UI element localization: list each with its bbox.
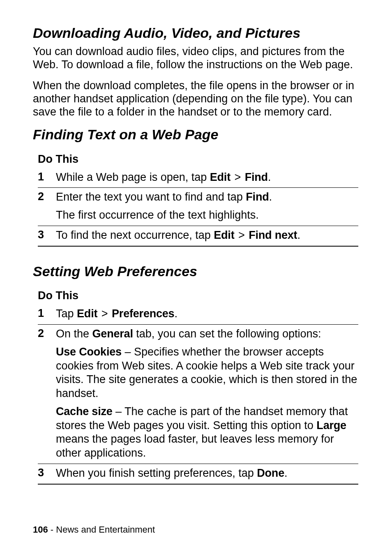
text: tab, you can set the following options: <box>133 328 321 340</box>
footer-section: News and Entertainment <box>56 524 155 535</box>
table-bottom-rule <box>38 484 358 485</box>
text: To find the next occurrence, tap <box>56 229 214 241</box>
steps-table: 1 Tap Edit > Preferences. 2 On the Gener… <box>38 305 358 483</box>
do-this-label: Do This <box>38 153 363 166</box>
step-text: When you finish setting preferences, tap… <box>56 466 358 480</box>
page-number: 106 <box>33 524 48 535</box>
ui-label-cache-size: Cache size <box>56 405 113 418</box>
ui-label-edit: Edit <box>214 229 234 241</box>
ui-label-preferences: Preferences <box>112 307 174 320</box>
table-row: 3 To find the next occurrence, tap Edit … <box>38 226 358 246</box>
breadcrumb-separator: > <box>97 307 112 320</box>
step-number: 3 <box>38 466 56 480</box>
step-number: 2 <box>38 327 56 460</box>
step-text: On the General tab, you can set the foll… <box>56 327 358 460</box>
breadcrumb-separator: > <box>234 229 249 241</box>
text: . <box>174 307 178 320</box>
table-bottom-rule <box>38 246 358 247</box>
text: When you finish setting preferences, tap <box>56 467 257 479</box>
ui-label-use-cookies: Use Cookies <box>56 346 122 358</box>
do-this-label: Do This <box>38 289 363 302</box>
document-page: Downloading Audio, Video, and Pictures Y… <box>0 0 392 554</box>
step-text: Tap Edit > Preferences. <box>56 307 358 321</box>
ui-label-find: Find <box>245 171 268 183</box>
text: . <box>297 229 300 241</box>
breadcrumb-separator: > <box>231 171 245 183</box>
paragraph: When the download completes, the file op… <box>33 79 363 119</box>
ui-label-find: Find <box>246 191 269 203</box>
text: Tap <box>56 307 77 320</box>
heading-finding-text: Finding Text on a Web Page <box>33 126 363 143</box>
table-row: 3 When you finish setting preferences, t… <box>38 464 358 484</box>
ui-label-done: Done <box>257 467 284 479</box>
text: The first occurrence of the text highlig… <box>56 208 358 222</box>
ui-label-find-next: Find next <box>249 229 297 241</box>
text: On the <box>56 328 92 340</box>
ui-label-edit: Edit <box>77 307 97 320</box>
footer-separator: - <box>48 524 56 535</box>
steps-table: 1 While a Web page is open, tap Edit > F… <box>38 168 358 246</box>
text: . <box>284 467 288 479</box>
table-row: 1 Tap Edit > Preferences. <box>38 305 358 324</box>
step-text: While a Web page is open, tap Edit > Fin… <box>56 171 358 185</box>
text: . <box>269 191 272 203</box>
text: Enter the text you want to find and tap <box>56 191 246 203</box>
heading-setting-preferences: Setting Web Preferences <box>33 263 363 280</box>
text: While a Web page is open, tap <box>56 171 210 183</box>
text: means the pages load faster, but leaves … <box>56 433 334 459</box>
table-row: 2 On the General tab, you can set the fo… <box>38 324 358 464</box>
paragraph: You can download audio files, video clip… <box>33 45 363 72</box>
heading-downloading: Downloading Audio, Video, and Pictures <box>33 25 363 42</box>
ui-label-large: Large <box>316 419 346 432</box>
step-text: To find the next occurrence, tap Edit > … <box>56 229 358 242</box>
table-row: 2 Enter the text you want to find and ta… <box>38 187 358 226</box>
text: . <box>268 171 271 183</box>
step-text: Enter the text you want to find and tap … <box>56 190 358 222</box>
step-number: 3 <box>38 229 56 242</box>
ui-label-edit: Edit <box>210 171 231 183</box>
ui-label-general: General <box>92 328 133 340</box>
step-number: 1 <box>38 171 56 185</box>
page-footer: 106 - News and Entertainment <box>33 524 155 535</box>
step-number: 2 <box>38 190 56 222</box>
step-number: 1 <box>38 307 56 321</box>
table-row: 1 While a Web page is open, tap Edit > F… <box>38 168 358 188</box>
